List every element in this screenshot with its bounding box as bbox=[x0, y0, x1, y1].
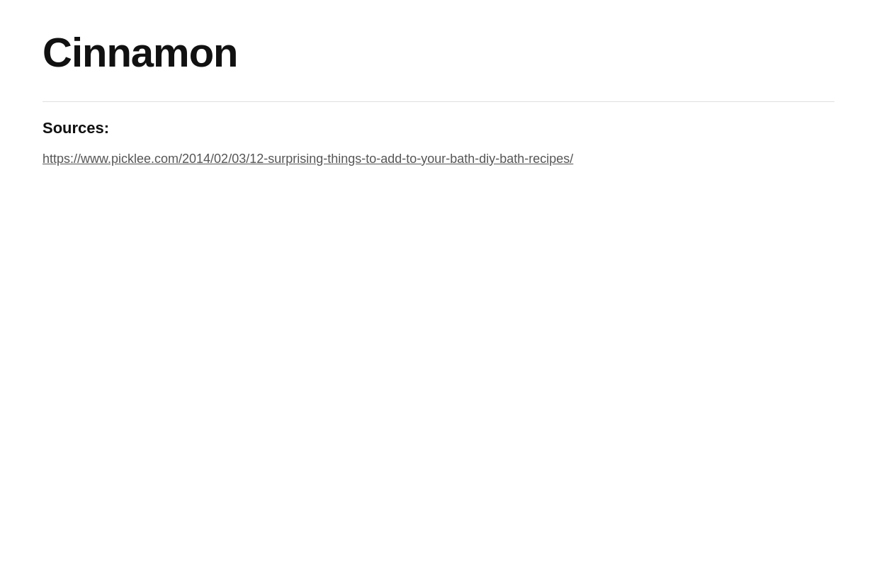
source-link-1[interactable]: https://www.picklee.com/2014/02/03/12-su… bbox=[43, 149, 834, 169]
page-title: Cinnamon bbox=[43, 28, 834, 76]
sources-title: Sources: bbox=[43, 119, 834, 137]
sources-section: Sources: https://www.picklee.com/2014/02… bbox=[43, 119, 834, 169]
divider bbox=[43, 101, 834, 102]
